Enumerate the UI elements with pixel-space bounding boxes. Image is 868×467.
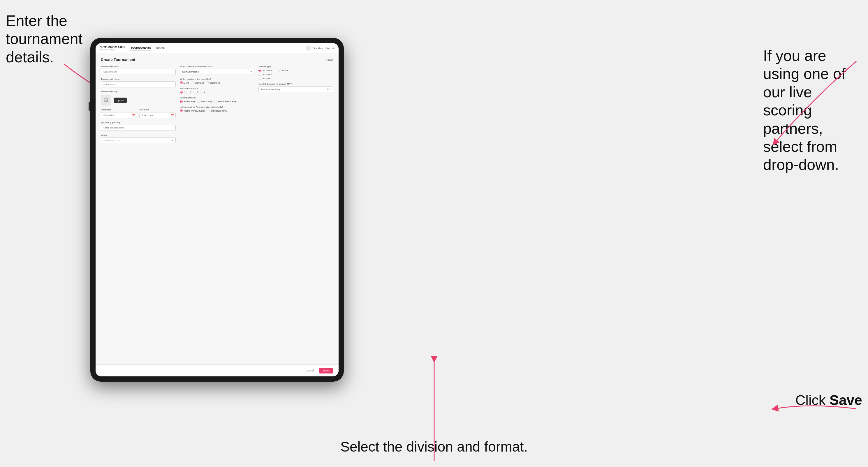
logo-placeholder: 🖼 [101, 95, 111, 105]
logo-upload-area: 🖼 Upload [101, 95, 176, 105]
format-5count4-label: 5 count 4 [262, 69, 272, 72]
sponsor-input[interactable] [101, 125, 176, 131]
round-3-label: 3 [197, 91, 198, 94]
logo-title: SCOREBOARD [100, 46, 125, 49]
division-value: NCAA Division I [182, 70, 199, 73]
tournament-name-group: Tournament name [101, 78, 176, 87]
form-footer: Cancel Save [96, 365, 339, 376]
format-type-list: 5 count 4 Other 6 count 4 [258, 69, 333, 80]
tournament-logo-group: Tournament logo 🖼 Upload [101, 90, 176, 105]
live-scoring-select[interactable]: Leaderboard King ✕ ▾ [258, 86, 333, 92]
back-link[interactable]: Back [326, 58, 333, 61]
signout-link[interactable]: Sign out [326, 47, 334, 50]
venue-group: Venue Search golf club ▾ [101, 134, 176, 143]
scoring-stroke[interactable]: Stroke Play [180, 100, 195, 103]
division-select[interactable]: NCAA Division I ▾ [180, 69, 255, 75]
tablet-screen: SCOREBOARD Powered by Clippit TOURNAMENT… [96, 43, 339, 376]
start-date-input[interactable] [101, 112, 137, 118]
format-5count4-radio[interactable] [258, 69, 261, 72]
tablet-side-button [89, 102, 90, 111]
format-6count4-label: 6 count 4 [262, 73, 272, 76]
nav-tournaments[interactable]: TOURNAMENTS [130, 46, 151, 51]
tournament-name-input[interactable] [101, 81, 176, 87]
gender-mens[interactable]: Mens [180, 81, 189, 84]
annotation-bottom-center: Select the division and format. [340, 438, 528, 455]
format-other-radio[interactable] [278, 69, 281, 72]
annotation-top-left: Enter the tournament details. [6, 12, 87, 66]
format-5count4[interactable]: 5 count 4 [258, 69, 272, 72]
upload-button[interactable]: Upload [114, 98, 127, 103]
live-scoring-label: Use third-party live scoring API? [258, 83, 333, 85]
format-row-1: 5 count 4 Other [258, 69, 333, 72]
gender-radio-group: Mens Womens Combined [180, 81, 255, 84]
sponsor-group: Sponsor (optional) [101, 121, 176, 131]
round-2-radio[interactable] [186, 91, 189, 94]
teams-group: Is this event for Teams and/or Individua… [180, 106, 255, 112]
gender-womens[interactable]: Womens [191, 81, 204, 84]
venue-select[interactable]: Search golf club ▾ [101, 137, 176, 143]
teams-radio-group: Teams (+Individuals) Individuals Only [180, 109, 255, 112]
start-date-group: Start date 📅 [101, 108, 137, 118]
format-6count5-label: 6 count 5 [262, 77, 272, 80]
round-1-radio[interactable] [180, 91, 183, 94]
format-other[interactable]: Other [278, 69, 288, 72]
division-label: Which division is the event for? [180, 65, 255, 68]
end-date-input[interactable] [139, 112, 176, 118]
save-button[interactable]: Save [319, 368, 333, 373]
scoring-match[interactable]: Match Play [197, 100, 213, 103]
round-4[interactable]: 4 [200, 91, 205, 94]
round-4-radio[interactable] [200, 91, 203, 94]
start-date-wrap: 📅 [101, 112, 137, 118]
round-2-label: 2 [190, 91, 191, 94]
cancel-button[interactable]: Cancel [303, 368, 317, 373]
gender-combined-label: Combined [210, 82, 220, 84]
main-content: Create Tournament Back Tournament Host T… [96, 53, 339, 365]
scoring-medal-radio[interactable] [214, 100, 217, 103]
gender-mens-radio[interactable] [180, 81, 183, 84]
scoring-group: Scoring system Stroke Play Match Play [180, 96, 255, 103]
gender-womens-radio[interactable] [191, 81, 194, 84]
format-6count5-radio[interactable] [258, 77, 261, 80]
teams-label: Is this event for Teams and/or Individua… [180, 106, 255, 108]
round-3-radio[interactable] [193, 91, 196, 94]
scoring-stroke-label: Stroke Play [184, 100, 195, 103]
format-type-group: Format type 5 count 4 Other [258, 65, 333, 80]
navbar: SCOREBOARD Powered by Clippit TOURNAMENT… [96, 43, 339, 53]
format-type-label: Format type [258, 65, 333, 68]
gender-mens-label: Mens [184, 82, 189, 84]
tablet-device: SCOREBOARD Powered by Clippit TOURNAMENT… [90, 38, 344, 382]
tournament-host-input[interactable] [101, 69, 176, 75]
teams-plus[interactable]: Teams (+Individuals) [180, 109, 205, 112]
teams-plus-radio[interactable] [180, 109, 183, 112]
scoring-radio-group: Stroke Play Match Play Medal Match Play [180, 100, 255, 103]
format-6count4[interactable]: 6 count 4 [258, 73, 333, 76]
sponsor-label: Sponsor (optional) [101, 121, 176, 124]
rounds-radio-group: 1 2 3 4 [180, 91, 255, 94]
rounds-label: Number of rounds [180, 87, 255, 90]
gender-combined[interactable]: Combined [206, 81, 220, 84]
scoring-stroke-radio[interactable] [180, 100, 183, 103]
tournament-host-label: Tournament Host [101, 65, 176, 68]
page-header: Create Tournament Back [101, 57, 333, 62]
end-date-wrap: 📅 [139, 112, 176, 118]
round-4-label: 4 [204, 91, 205, 94]
teams-individuals[interactable]: Individuals Only [207, 109, 227, 112]
round-2[interactable]: 2 [186, 91, 191, 94]
live-scoring-close[interactable]: ✕ ▾ [327, 88, 331, 91]
live-scoring-value: Leaderboard King [261, 88, 280, 91]
scoring-medal[interactable]: Medal Match Play [214, 100, 237, 103]
round-1[interactable]: 1 [180, 91, 185, 94]
nav-teams[interactable]: TEAMS [156, 46, 165, 51]
scoring-medal-label: Medal Match Play [218, 100, 237, 103]
gender-combined-radio[interactable] [206, 81, 209, 84]
scoring-match-radio[interactable] [197, 100, 200, 103]
format-6count4-radio[interactable] [258, 73, 261, 76]
venue-label: Venue [101, 134, 176, 136]
teams-individuals-radio[interactable] [207, 109, 210, 112]
live-scoring-group: Use third-party live scoring API? Leader… [258, 83, 333, 92]
round-3[interactable]: 3 [193, 91, 198, 94]
scoring-match-label: Match Play [201, 100, 213, 103]
page-title: Create Tournament [101, 57, 135, 62]
format-6count5[interactable]: 6 count 5 [258, 77, 333, 80]
venue-chevron: ▾ [172, 139, 173, 142]
